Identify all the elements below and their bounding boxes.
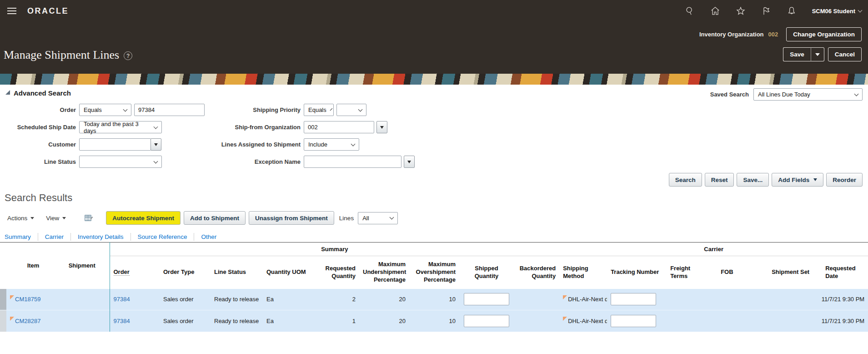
ship-from-organization-input[interactable] <box>304 121 374 133</box>
customer-dropdown-button[interactable] <box>151 138 161 151</box>
customer-input[interactable] <box>79 138 151 151</box>
order-operator-select[interactable]: Equals <box>79 104 131 116</box>
field-ship-from-organization: Ship-from Organization <box>221 121 387 133</box>
column-header-order[interactable]: Order <box>110 256 160 289</box>
triangle-down-icon <box>154 143 158 146</box>
search-results-title: Search Results <box>5 192 72 204</box>
column-header-fob[interactable]: FOB <box>712 256 762 289</box>
column-header-requested-date[interactable]: Requested Date <box>816 256 868 289</box>
actions-menu[interactable]: Actions <box>7 215 34 222</box>
line-status-select[interactable] <box>79 156 162 168</box>
order-cell: 97384 <box>110 310 160 332</box>
requested-date-cell: 11/7/21 9:30 PM <box>816 310 868 332</box>
tab-source-reference[interactable]: Source Reference <box>138 233 187 240</box>
column-header-requested-quantity[interactable]: Requested Quantity <box>314 256 359 289</box>
shipping-priority-select[interactable] <box>336 104 366 116</box>
order-link[interactable]: 97384 <box>114 318 130 324</box>
max-undershipment-cell: 20 <box>359 310 409 332</box>
tab-inventory-details[interactable]: Inventory Details <box>78 233 124 240</box>
changed-flag-icon <box>563 317 567 321</box>
order-link[interactable]: 97384 <box>114 296 130 303</box>
fob-cell <box>712 289 762 310</box>
tracking-number-input[interactable] <box>611 315 656 327</box>
order-input[interactable] <box>134 104 205 116</box>
column-header-shipping-method[interactable]: Shipping Method <box>559 256 607 289</box>
shipped-qty-cell <box>459 289 514 310</box>
autocreate-shipment-button[interactable]: Autocreate Shipment <box>106 211 181 225</box>
column-header-max-overshipment[interactable]: Maximum Overshipment Percentage <box>409 256 459 289</box>
field-scheduled-ship-date: Scheduled Ship Date Today and the past 3… <box>5 121 162 133</box>
column-header-quantity-uom[interactable]: Quantity UOM <box>263 256 314 289</box>
tab-carrier[interactable]: Carrier <box>45 233 64 240</box>
column-header-freight-terms[interactable]: Freight Terms <box>664 256 712 289</box>
row-selector[interactable] <box>0 289 6 310</box>
exception-name-input[interactable] <box>304 156 401 168</box>
saved-search-select[interactable]: All Lines Due Today <box>753 88 863 101</box>
triangle-down-icon <box>813 178 817 181</box>
column-header-shipped-quantity[interactable]: Shipped Quantity <box>459 256 514 289</box>
cancel-label: Cancel <box>835 51 855 58</box>
table-grid-icon[interactable] <box>84 213 93 223</box>
uom-cell: Ea <box>263 289 314 310</box>
ship-from-organization-dropdown-button[interactable] <box>376 121 387 133</box>
column-header-tracking-number[interactable]: Tracking Number <box>607 256 664 289</box>
order-sort-label[interactable]: Order <box>114 268 130 276</box>
reorder-button[interactable]: Reorder <box>826 173 863 187</box>
line-status-cell: Ready to release <box>211 289 263 310</box>
star-favorites-icon[interactable] <box>736 6 746 16</box>
add-fields-button[interactable]: Add Fields <box>772 173 823 187</box>
exception-name-dropdown-button[interactable] <box>404 156 415 168</box>
scheduled-ship-date-select[interactable]: Today and the past 3 days <box>79 121 162 133</box>
shipped-quantity-input[interactable] <box>464 315 509 327</box>
help-icon[interactable]: ? <box>124 51 132 60</box>
save-search-button[interactable]: Save... <box>737 173 769 187</box>
flag-watchlist-icon[interactable] <box>761 6 771 16</box>
tab-other[interactable]: Other <box>201 233 216 240</box>
user-name: SCM06 Student <box>812 8 855 15</box>
search-button[interactable]: Search <box>669 173 702 187</box>
tracking-number-input[interactable] <box>611 293 656 305</box>
header-action-buttons: Save Cancel <box>783 47 862 61</box>
view-menu-label: View <box>46 215 59 222</box>
user-menu[interactable]: SCM06 Student <box>812 8 862 15</box>
unassign-from-shipment-button[interactable]: Unassign from Shipment <box>249 211 334 225</box>
reset-button[interactable]: Reset <box>705 173 734 187</box>
search-icon[interactable] <box>685 6 695 16</box>
row-selector[interactable] <box>0 310 6 332</box>
column-header-item[interactable]: Item <box>6 243 55 289</box>
column-header-order-type[interactable]: Order Type <box>160 256 211 289</box>
column-header-shipment[interactable]: Shipment <box>55 243 110 289</box>
tab-summary[interactable]: Summary <box>5 233 31 240</box>
column-header-shipment-set[interactable]: Shipment Set <box>762 256 816 289</box>
max-overshipment-cell: 10 <box>409 310 459 332</box>
shipment-lines-table: Item Shipment Summary Carrier Order Orde… <box>0 242 868 332</box>
triangle-down-icon <box>407 161 411 163</box>
home-icon[interactable] <box>710 6 720 16</box>
save-button[interactable]: Save <box>783 47 811 61</box>
shipping-method-value: DHL-Air-Next d... <box>564 296 607 303</box>
add-to-shipment-button[interactable]: Add to Shipment <box>184 211 246 225</box>
column-header-backordered-quantity[interactable]: Backordered Quantity <box>514 256 559 289</box>
lines-select[interactable]: All <box>358 212 398 224</box>
triangle-down-icon <box>30 217 34 219</box>
hamburger-menu-icon[interactable] <box>7 10 16 11</box>
shipping-priority-operator-select[interactable]: Equals <box>304 104 334 116</box>
shipped-quantity-input[interactable] <box>464 293 509 305</box>
ship-from-organization-label: Ship-from Organization <box>221 124 301 131</box>
chevron-down-icon <box>154 159 158 163</box>
save-dropdown-button[interactable] <box>811 47 824 61</box>
triangle-down-icon <box>815 53 820 56</box>
item-link[interactable]: CM18759 <box>11 296 40 303</box>
column-header-max-undershipment[interactable]: Maximum Undershipment Percentage <box>359 256 409 289</box>
bell-notifications-icon[interactable] <box>787 6 797 16</box>
item-link[interactable]: CM28287 <box>11 318 40 324</box>
manage-shipment-lines-page: ORACLE SCM06 Student <box>0 0 868 354</box>
change-organization-button[interactable]: Change Organization <box>786 27 862 41</box>
advanced-search-disclosure[interactable]: Advanced Search <box>5 89 71 97</box>
cancel-button[interactable]: Cancel <box>828 47 862 61</box>
view-menu[interactable]: View <box>46 215 66 222</box>
line-status-cell: Ready to release <box>211 310 263 332</box>
lines-assigned-select[interactable]: Include <box>304 138 359 151</box>
column-header-line-status[interactable]: Line Status <box>211 256 263 289</box>
shipping-method-value: DHL-Air-Next d... <box>564 318 607 324</box>
